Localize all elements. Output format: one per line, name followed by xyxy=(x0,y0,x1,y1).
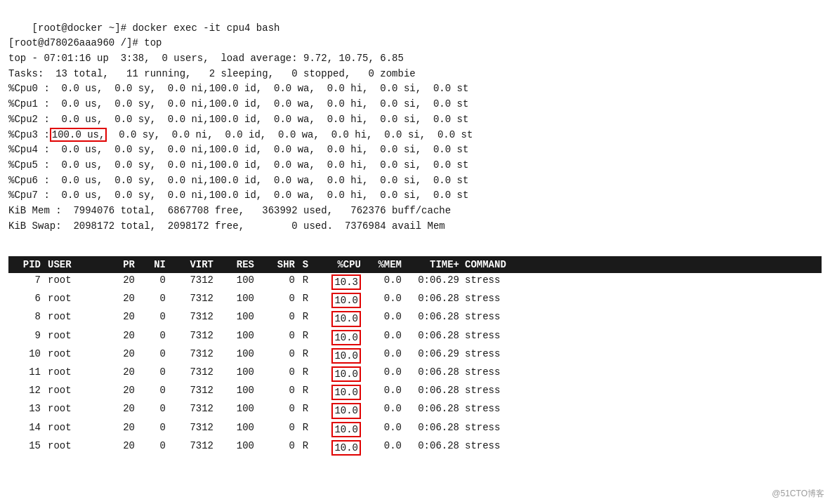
cell-ni: 0 xyxy=(138,403,169,418)
col-header-virt: VIRT xyxy=(169,259,216,270)
cell-res: 100 xyxy=(216,274,257,290)
cell-res: 100 xyxy=(216,385,257,400)
cpu-value-highlight: 10.3 xyxy=(331,274,361,290)
cell-cmd: stress xyxy=(462,293,532,308)
cell-shr: 0 xyxy=(257,348,298,364)
cell-s: R xyxy=(298,293,313,308)
table-row: 12 root 20 0 7312 100 0 R 10.0 0.0 0:06.… xyxy=(8,383,822,402)
cell-mem: 0.0 xyxy=(364,311,404,326)
cell-shr: 0 xyxy=(257,440,298,456)
terminal-output: [root@docker ~]# docker exec -it cpu4 ba… xyxy=(8,6,822,249)
col-header-pid: PID xyxy=(8,259,45,270)
cell-cpu: 10.3 xyxy=(313,274,364,290)
cell-cpu: 10.0 xyxy=(313,440,364,456)
cell-s: R xyxy=(298,385,313,400)
cell-cpu: 10.0 xyxy=(313,348,364,364)
table-row: 15 root 20 0 7312 100 0 R 10.0 0.0 0:06.… xyxy=(8,439,822,457)
cell-s: R xyxy=(298,274,313,290)
cell-s: R xyxy=(298,440,313,456)
cell-res: 100 xyxy=(216,422,257,437)
cell-mem: 0.0 xyxy=(364,422,404,437)
cell-pid: 6 xyxy=(8,293,45,308)
col-header-cmd: COMMAND xyxy=(462,259,532,270)
table-row: 11 root 20 0 7312 100 0 R 10.0 0.0 0:06.… xyxy=(8,365,822,383)
cell-virt: 7312 xyxy=(169,348,216,364)
cell-pid: 13 xyxy=(8,403,45,418)
cell-res: 100 xyxy=(216,366,257,382)
cell-shr: 0 xyxy=(257,293,298,308)
cell-time: 0:06.29 xyxy=(404,348,462,364)
cell-pid: 15 xyxy=(8,440,45,456)
cpu-value-highlight: 10.0 xyxy=(331,330,361,345)
cell-cpu: 10.0 xyxy=(313,293,364,308)
line-13: KiB Swap: 2098172 total, 2098172 free, 0… xyxy=(8,220,445,232)
cell-user: root xyxy=(45,403,107,418)
process-table: PID USER PR NI VIRT RES SHR S %CPU %MEM … xyxy=(8,256,822,457)
col-header-time: TIME+ xyxy=(404,259,462,270)
cell-cmd: stress xyxy=(462,311,532,326)
cell-mem: 0.0 xyxy=(364,348,404,364)
table-row: 8 root 20 0 7312 100 0 R 10.0 0.0 0:06.2… xyxy=(8,310,822,328)
cell-s: R xyxy=(298,422,313,437)
col-header-res: RES xyxy=(216,259,257,270)
cell-time: 0:06.28 xyxy=(404,385,462,400)
cell-res: 100 xyxy=(216,440,257,456)
col-header-cpu: %CPU xyxy=(313,259,364,270)
cell-shr: 0 xyxy=(257,385,298,400)
cell-pr: 20 xyxy=(107,348,138,364)
cell-cpu: 10.0 xyxy=(313,385,364,400)
cell-virt: 7312 xyxy=(169,330,216,345)
cell-cpu: 10.0 xyxy=(313,311,364,326)
cell-time: 0:06.28 xyxy=(404,330,462,345)
cell-user: root xyxy=(45,385,107,400)
cell-cmd: stress xyxy=(462,366,532,382)
cell-virt: 7312 xyxy=(169,311,216,326)
cpu-value-highlight: 10.0 xyxy=(331,311,361,326)
cell-pr: 20 xyxy=(107,422,138,437)
cell-user: root xyxy=(45,293,107,308)
cell-pr: 20 xyxy=(107,311,138,326)
cell-cpu: 10.0 xyxy=(313,330,364,345)
cell-s: R xyxy=(298,403,313,418)
line-10: %Cpu6 : 0.0 us, 0.0 sy, 0.0 ni,100.0 id,… xyxy=(8,175,468,186)
line-8: %Cpu4 : 0.0 us, 0.0 sy, 0.0 ni,100.0 id,… xyxy=(8,144,468,155)
line-4: Tasks: 13 total, 11 running, 2 sleeping,… xyxy=(8,68,416,79)
cell-cmd: stress xyxy=(462,330,532,345)
table-header-row: PID USER PR NI VIRT RES SHR S %CPU %MEM … xyxy=(8,256,822,273)
cell-res: 100 xyxy=(216,330,257,345)
cell-res: 100 xyxy=(216,311,257,326)
cell-user: root xyxy=(45,440,107,456)
line-6: %Cpu1 : 0.0 us, 0.0 sy, 0.0 ni,100.0 id,… xyxy=(8,98,468,110)
table-row: 10 root 20 0 7312 100 0 R 10.0 0.0 0:06.… xyxy=(8,347,822,365)
col-header-shr: SHR xyxy=(257,259,298,270)
cpu-value-highlight: 10.0 xyxy=(331,385,361,400)
line-2: [root@d78026aaa960 /]# top xyxy=(8,37,162,48)
terminal-window: [root@docker ~]# docker exec -it cpu4 ba… xyxy=(0,0,830,504)
cell-ni: 0 xyxy=(138,366,169,382)
cell-shr: 0 xyxy=(257,422,298,437)
cell-ni: 0 xyxy=(138,440,169,456)
cell-res: 100 xyxy=(216,348,257,364)
cell-user: root xyxy=(45,274,107,290)
cell-cpu: 10.0 xyxy=(313,422,364,437)
cell-time: 0:06.28 xyxy=(404,403,462,418)
col-header-s: S xyxy=(298,259,313,270)
cell-pid: 8 xyxy=(8,311,45,326)
cell-virt: 7312 xyxy=(169,403,216,418)
cell-time: 0:06.28 xyxy=(404,293,462,308)
cell-cmd: stress xyxy=(462,440,532,456)
cell-pid: 7 xyxy=(8,274,45,290)
cell-ni: 0 xyxy=(138,330,169,345)
cell-user: root xyxy=(45,311,107,326)
cell-pr: 20 xyxy=(107,385,138,400)
cell-pr: 20 xyxy=(107,366,138,382)
cpu3-highlight: 100.0 us, xyxy=(50,128,107,142)
cell-user: root xyxy=(45,366,107,382)
line-9: %Cpu5 : 0.0 us, 0.0 sy, 0.0 ni,100.0 id,… xyxy=(8,159,468,171)
watermark: @51CTO博客 xyxy=(772,488,824,500)
cell-mem: 0.0 xyxy=(364,366,404,382)
cell-s: R xyxy=(298,366,313,382)
line-1: [root@docker ~]# docker exec -it cpu4 ba… xyxy=(32,22,280,34)
cell-s: R xyxy=(298,348,313,364)
cell-mem: 0.0 xyxy=(364,403,404,418)
